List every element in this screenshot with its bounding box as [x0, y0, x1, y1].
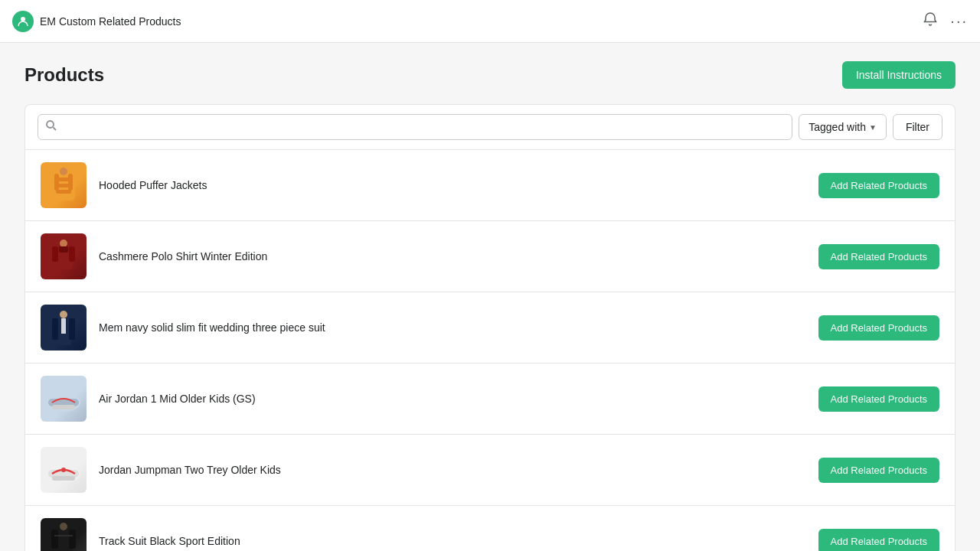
svg-point-0 — [21, 17, 25, 21]
add-related-products-button[interactable]: Add Related Products — [818, 315, 939, 341]
top-nav-left: EM Custom Related Products — [12, 11, 181, 32]
add-related-products-button[interactable]: Add Related Products — [818, 173, 939, 198]
search-icon — [45, 119, 57, 135]
add-related-products-button[interactable]: Add Related Products — [818, 458, 939, 483]
svg-rect-8 — [54, 174, 59, 191]
svg-rect-9 — [68, 174, 73, 191]
top-nav: EM Custom Related Products ··· — [0, 0, 980, 43]
svg-rect-30 — [51, 530, 58, 549]
product-name: Cashmere Polo Shirt Winter Edition — [99, 250, 806, 262]
svg-rect-17 — [52, 318, 58, 340]
add-related-products-button[interactable]: Add Related Products — [818, 386, 939, 412]
svg-rect-6 — [56, 190, 71, 194]
product-name: Jordan Jumpman Two Trey Older Kids — [99, 464, 806, 476]
svg-rect-20 — [62, 334, 65, 341]
tagged-with-button[interactable]: Tagged with ▼ — [799, 114, 887, 140]
svg-point-16 — [60, 311, 67, 318]
svg-point-11 — [60, 240, 67, 247]
svg-point-7 — [60, 168, 67, 175]
svg-rect-26 — [52, 476, 75, 481]
product-thumbnail — [41, 305, 87, 350]
svg-rect-12 — [52, 246, 58, 262]
svg-rect-19 — [61, 318, 66, 334]
product-thumbnail — [41, 376, 87, 422]
chevron-down-icon: ▼ — [869, 123, 877, 132]
product-row: Cashmere Polo Shirt Winter EditionAdd Re… — [25, 221, 955, 292]
svg-rect-31 — [69, 530, 76, 549]
product-row: Air Jordan 1 Mid Older Kids (GS)Add Rela… — [25, 364, 955, 435]
bell-icon[interactable] — [923, 11, 938, 31]
install-instructions-button[interactable]: Install Instructions — [842, 61, 956, 89]
svg-point-27 — [61, 468, 66, 472]
product-row: Hooded Puffer JacketsAdd Related Product… — [25, 150, 955, 221]
products-list: Hooded Puffer JacketsAdd Related Product… — [24, 150, 956, 551]
filter-button[interactable]: Filter — [893, 114, 942, 140]
add-related-products-button[interactable]: Add Related Products — [818, 244, 939, 269]
search-input[interactable] — [38, 114, 792, 140]
svg-rect-13 — [69, 246, 75, 262]
page-title: Products — [24, 64, 104, 86]
product-name: Track Suit Black Sport Edition — [99, 535, 806, 547]
svg-point-1 — [47, 121, 54, 128]
svg-line-2 — [54, 128, 57, 131]
main-content: Products Install Instructions Tagged wit… — [0, 43, 980, 551]
product-thumbnail — [41, 518, 87, 551]
top-nav-right: ··· — [923, 11, 968, 31]
product-thumbnail — [41, 162, 87, 208]
product-name: Mem navy solid slim fit wedding three pi… — [99, 321, 806, 334]
svg-rect-18 — [69, 318, 75, 340]
svg-rect-23 — [52, 405, 75, 409]
product-thumbnail — [41, 233, 87, 279]
product-row: Mem navy solid slim fit wedding three pi… — [25, 292, 955, 364]
product-name: Hooded Puffer Jackets — [99, 179, 806, 191]
add-related-products-button[interactable]: Add Related Products — [818, 529, 939, 552]
more-options-icon[interactable]: ··· — [950, 12, 968, 30]
product-row: Jordan Jumpman Two Trey Older KidsAdd Re… — [25, 435, 955, 506]
product-row: Track Suit Black Sport EditionAdd Relate… — [25, 506, 955, 551]
app-name: EM Custom Related Products — [40, 15, 181, 28]
product-name: Air Jordan 1 Mid Older Kids (GS) — [99, 393, 806, 405]
product-thumbnail — [41, 447, 87, 493]
page-header: Products Install Instructions — [24, 61, 956, 89]
search-box — [38, 114, 792, 140]
svg-point-29 — [60, 523, 67, 530]
search-filter-row: Tagged with ▼ Filter — [24, 104, 956, 150]
svg-rect-14 — [59, 246, 68, 253]
app-icon — [12, 11, 34, 32]
